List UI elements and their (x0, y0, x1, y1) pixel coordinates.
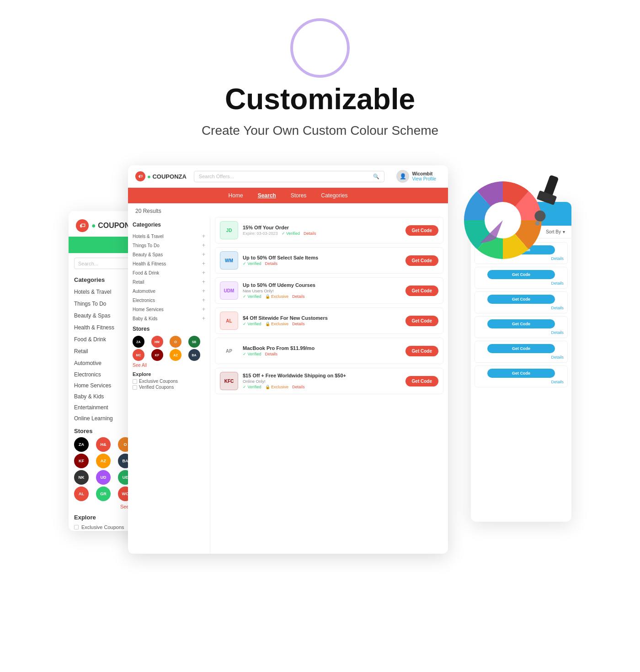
store-icon[interactable]: KF (74, 454, 89, 468)
right-panel-card: Get Code Details (475, 341, 568, 363)
results-store-icon[interactable]: BA (188, 349, 200, 361)
coupon-meta: ✓ Verified 🔒 Exclusive Details (243, 294, 401, 299)
coupon-details[interactable]: Details (292, 322, 305, 326)
store-icon[interactable]: ZA (74, 437, 89, 452)
main-search-placeholder: Search Offers... (199, 174, 234, 179)
store-icon[interactable]: NK (74, 470, 89, 485)
right-details[interactable]: Details (479, 330, 564, 335)
results-category-item[interactable]: Baby & Kids+ (133, 314, 205, 323)
hero-subtitle: Create Your Own Custom Colour Scheme (202, 123, 438, 138)
right-get-code-button[interactable]: Get Code (487, 369, 555, 378)
results-cats-title: Categories (133, 222, 205, 228)
right-get-code-button[interactable]: Get Code (487, 344, 555, 353)
results-category-item[interactable]: Health & Fitness+ (133, 259, 205, 268)
results-cats-list: Hotels & Travel+Things To Do+Beauty & Sp… (133, 232, 205, 323)
coupon-details[interactable]: Details (292, 294, 305, 299)
results-category-item[interactable]: Electronics+ (133, 296, 205, 305)
nav-item-search[interactable]: Search (258, 192, 276, 199)
search-placeholder-text: Search... (78, 261, 98, 266)
coupon-details[interactable]: Details (304, 231, 316, 236)
coupon-info: Up to 50% Off Select Sale Items ✓ Verifi… (243, 255, 401, 266)
coupon-info: Up to 50% Off Udemy Courses New Users On… (243, 282, 401, 299)
coupon-verified: ✓ Verified (243, 294, 261, 299)
right-details[interactable]: Details (479, 281, 564, 286)
right-details[interactable]: Details (479, 306, 564, 310)
results-store-icon[interactable]: SB (188, 336, 200, 348)
nav-item-categories[interactable]: Categories (321, 192, 347, 199)
get-code-button[interactable]: Get Code (405, 286, 438, 296)
coupon-title: $4 Off Sitewide For New Customers (243, 315, 401, 321)
hero-title: Customizable (225, 82, 415, 116)
results-store-icon[interactable]: O (170, 336, 181, 348)
coupon-card: AL $4 Off Sitewide For New Customers ✓ V… (215, 307, 443, 334)
results-category-item[interactable]: Food & Drink+ (133, 268, 205, 277)
results-category-item[interactable]: Home Services+ (133, 305, 205, 314)
results-explore: Explore Exclusive CouponsVerified Coupon… (133, 371, 205, 390)
store-icon[interactable]: AZ (96, 454, 111, 468)
coupon-title: Up to 50% Off Udemy Courses (243, 282, 401, 288)
coupon-details[interactable]: Details (292, 385, 305, 389)
color-wheel-container (457, 175, 549, 266)
store-icon[interactable]: UD (96, 470, 111, 485)
results-store-icon[interactable]: MC (133, 349, 144, 361)
right-get-code-button[interactable]: Get Code (487, 295, 555, 304)
results-store-grid: ZAHMOSBMCKFAZBA (133, 336, 205, 361)
right-details[interactable]: Details (479, 355, 564, 360)
main-search-bar[interactable]: Search Offers... 🔍 (194, 171, 385, 182)
results-category-item[interactable]: Beauty & Spas+ (133, 250, 205, 259)
avatar: 👤 (396, 170, 409, 183)
coupon-verified: ✓ Verified (243, 322, 261, 326)
coupon-meta: ✓ Verified Details (243, 352, 401, 356)
right-get-code-button[interactable]: Get Code (487, 270, 555, 279)
results-store-icon[interactable]: HM (151, 336, 163, 348)
right-get-code-button[interactable]: Get Code (487, 319, 555, 328)
get-code-button[interactable]: Get Code (405, 346, 438, 356)
store-icon[interactable]: H& (96, 437, 111, 452)
coupon-details[interactable]: Details (265, 261, 278, 266)
coupon-verified: ✓ Verified (243, 352, 261, 356)
results-store-icon[interactable]: KF (151, 349, 163, 361)
coupon-details[interactable]: Details (265, 352, 278, 356)
hero-section: Customizable Create Your Own Custom Colo… (0, 0, 640, 165)
user-view-profile[interactable]: View Profile (412, 176, 436, 181)
nav-item-home[interactable]: Home (229, 192, 243, 199)
coupon-logo: JD (220, 221, 238, 239)
right-details[interactable]: Details (479, 380, 564, 384)
results-category-item[interactable]: Automotive+ (133, 286, 205, 296)
results-explore-item[interactable]: Exclusive Coupons (133, 379, 205, 384)
main-logo-icon: 🏷 (135, 171, 145, 181)
coupon-title: Up to 50% Off Select Sale Items (243, 255, 401, 260)
coupon-verified: ✓ Verified (243, 261, 261, 266)
results-category-item[interactable]: Hotels & Travel+ (133, 232, 205, 241)
results-store-icon[interactable]: AZ (170, 349, 181, 361)
coupon-info: $4 Off Sitewide For New Customers ✓ Veri… (243, 315, 401, 326)
results-store-icon[interactable]: ZA (133, 336, 144, 348)
coupon-card: WM Up to 50% Off Select Sale Items ✓ Ver… (215, 247, 443, 274)
nav-item-stores[interactable]: Stores (291, 192, 307, 199)
store-icon[interactable]: GR (96, 487, 111, 501)
mockup-wrapper: 🏷 ● COUPONZA Search... 🔍 Categories Hote… (69, 165, 571, 577)
coupon-logo: AP (220, 342, 238, 360)
results-category-item[interactable]: Things To Do+ (133, 241, 205, 250)
results-see-all[interactable]: See All (133, 363, 205, 368)
get-code-button[interactable]: Get Code (405, 255, 438, 266)
coupon-card: UDM Up to 50% Off Udemy Courses New User… (215, 277, 443, 304)
results-category-item[interactable]: Retail+ (133, 277, 205, 286)
right-panel-card: Get Code Details (475, 316, 568, 338)
sidebar-logo-icon: 🏷 (76, 219, 89, 232)
results-layout: Categories Hotels & Travel+Things To Do+… (128, 217, 448, 554)
coupon-exclusive: 🔒 Exclusive (265, 294, 289, 299)
coupon-card: KFC $15 Off + Free Worldwide Shipping on… (215, 368, 443, 394)
right-panel-card: Get Code Details (475, 291, 568, 313)
get-code-button[interactable]: Get Code (405, 225, 438, 236)
get-code-button[interactable]: Get Code (405, 376, 438, 386)
sort-chevron-icon: ▾ (563, 229, 565, 234)
results-explore-item[interactable]: Verified Coupons (133, 385, 205, 390)
coupon-sub: Online Only! (243, 379, 401, 384)
get-code-button[interactable]: Get Code (405, 316, 438, 326)
coupon-meta: ✓ Verified 🔒 Exclusive Details (243, 322, 401, 326)
right-panel-card: Get Code Details (475, 267, 568, 289)
coupon-meta: ✓ Verified Details (243, 261, 401, 266)
coupon-meta: Expire: 03-03-2023 ✓ Verified Details (243, 231, 401, 236)
store-icon[interactable]: AL (74, 487, 89, 501)
